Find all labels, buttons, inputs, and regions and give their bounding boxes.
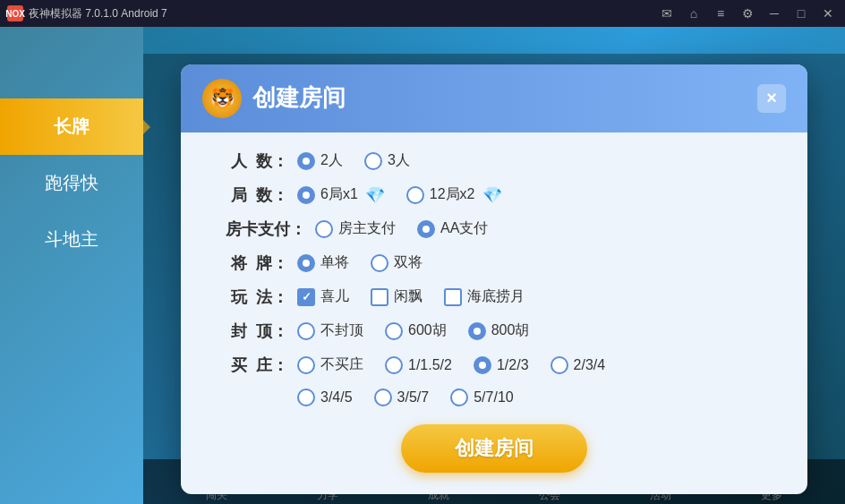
close-icon[interactable]: ✕ xyxy=(818,4,838,23)
cap-options: 不封顶 600胡 800胡 xyxy=(297,321,529,340)
radio-357-circle xyxy=(374,389,392,406)
radio-bubuyzhuang-circle xyxy=(297,356,315,374)
radio-1152-label: 1/1.5/2 xyxy=(408,357,452,373)
radio-123[interactable]: 1/2/3 xyxy=(474,356,529,374)
radio-aa-label: AA支付 xyxy=(440,219,488,238)
radio-danjiang-circle xyxy=(297,254,315,272)
payment-options: 房主支付 AA支付 xyxy=(315,219,488,238)
sidebar-item-paodefai[interactable]: 跑得快 xyxy=(0,155,143,211)
jiang-options: 单将 双将 xyxy=(297,253,422,272)
gameplay-label: 玩 法： xyxy=(208,286,288,308)
buyzhuang-row1: 买 庄： 不买庄 1/1.5/2 xyxy=(208,355,781,376)
settings-icon[interactable]: ⚙ xyxy=(738,4,757,23)
checkbox-haidi-label: 海底捞月 xyxy=(467,287,525,306)
dialog-body: 人 数： 2人 3人 xyxy=(181,132,807,494)
menu-icon[interactable]: ≡ xyxy=(711,4,730,23)
radio-600hu-circle xyxy=(385,322,403,340)
jiang-label: 将 牌： xyxy=(208,252,288,274)
dialog-close-button[interactable]: × xyxy=(757,84,786,113)
dialog-icon: 🐯 xyxy=(202,79,242,118)
people-count-row: 人 数： 2人 3人 xyxy=(208,150,781,172)
radio-800hu-label: 800胡 xyxy=(491,321,530,340)
checkbox-xianpiao-label: 闲飘 xyxy=(394,287,422,306)
radio-2ren[interactable]: 2人 xyxy=(297,151,343,170)
radio-5710[interactable]: 5/7/10 xyxy=(450,389,513,406)
main-area: 长牌 跑得快 斗地主 🐯 创建房间 × xyxy=(0,27,845,504)
radio-357-label: 3/5/7 xyxy=(397,389,430,406)
radio-6x1[interactable]: 6局x1 💎 xyxy=(297,185,385,205)
radio-fangzhu-label: 房主支付 xyxy=(338,219,396,238)
radio-danjiang[interactable]: 单将 xyxy=(297,253,349,272)
dialog-title: 创建房间 xyxy=(252,82,346,114)
radio-12x2[interactable]: 12局x2 💎 xyxy=(406,185,502,205)
payment-label: 房卡支付： xyxy=(208,218,306,240)
radio-3ren[interactable]: 3人 xyxy=(364,151,410,170)
people-count-label: 人 数： xyxy=(208,150,288,172)
sidebar-item-changpai[interactable]: 长牌 xyxy=(0,98,143,155)
radio-aa-circle xyxy=(417,220,435,238)
gameplay-row: 玩 法： 喜儿 闲飘 海 xyxy=(208,286,781,308)
create-room-dialog: 🐯 创建房间 × 人 数： 2人 xyxy=(181,64,807,494)
radio-1152[interactable]: 1/1.5/2 xyxy=(385,356,452,374)
radio-357[interactable]: 3/5/7 xyxy=(374,389,430,406)
radio-bufengding-label: 不封顶 xyxy=(320,321,363,340)
cap-row: 封 顶： 不封顶 600胡 xyxy=(208,320,781,342)
buyzhuang-options-2: 3/4/5 3/5/7 5/7/10 xyxy=(297,389,514,406)
radio-800hu[interactable]: 800胡 xyxy=(468,321,530,340)
cap-label: 封 顶： xyxy=(208,320,288,342)
checkbox-xianpiao[interactable]: 闲飘 xyxy=(371,287,422,306)
radio-6x1-label: 6局x1 xyxy=(320,185,358,204)
radio-5710-label: 5/7/10 xyxy=(474,389,513,406)
checkbox-haidi[interactable]: 海底捞月 xyxy=(444,287,525,306)
checkbox-xianpiao-box xyxy=(371,288,388,306)
radio-fangzhu[interactable]: 房主支付 xyxy=(315,219,396,238)
radio-234-label: 2/3/4 xyxy=(574,357,606,373)
radio-fangzhu-circle xyxy=(315,220,333,238)
radio-345-label: 3/4/5 xyxy=(320,389,353,406)
radio-12x2-circle xyxy=(406,186,424,204)
radio-123-label: 1/2/3 xyxy=(497,357,529,373)
sidebar-item-douzhu[interactable]: 斗地主 xyxy=(0,211,143,268)
titlebar: NOX 夜神模拟器 7.0.1.0 Android 7 ✉ ⌂ ≡ ⚙ ─ □ … xyxy=(0,0,845,27)
radio-2ren-label: 2人 xyxy=(320,151,343,170)
radio-shuangjiang-circle xyxy=(371,254,388,272)
round-count-label: 局 数： xyxy=(208,184,288,206)
radio-shuangjiang-label: 双将 xyxy=(394,253,422,272)
radio-shuangjiang[interactable]: 双将 xyxy=(371,253,422,272)
buyzhuang-row2: 3/4/5 3/5/7 5/7/10 xyxy=(208,389,781,406)
radio-345[interactable]: 3/4/5 xyxy=(297,389,353,406)
round-count-options: 6局x1 💎 12局x2 💎 xyxy=(297,185,502,205)
dialog-header-left: 🐯 创建房间 xyxy=(202,79,346,118)
radio-3ren-circle xyxy=(364,152,382,170)
gem-icon-1: 💎 xyxy=(365,185,385,205)
radio-234[interactable]: 2/3/4 xyxy=(551,356,606,374)
home-icon[interactable]: ⌂ xyxy=(684,4,704,23)
checkbox-haidi-box xyxy=(444,288,462,306)
radio-1152-circle xyxy=(385,356,403,374)
radio-600hu-label: 600胡 xyxy=(408,321,447,340)
radio-aa[interactable]: AA支付 xyxy=(417,219,488,238)
checkbox-xier-box xyxy=(297,288,315,306)
radio-danjiang-label: 单将 xyxy=(320,253,349,272)
radio-5710-circle xyxy=(450,389,468,406)
create-room-button[interactable]: 创建房间 xyxy=(401,424,587,473)
radio-bubuyzhuang[interactable]: 不买庄 xyxy=(297,355,363,374)
gem-icon-2: 💎 xyxy=(482,185,502,205)
minimize-icon[interactable]: ─ xyxy=(764,4,784,23)
radio-bufengding[interactable]: 不封顶 xyxy=(297,321,363,340)
round-count-row: 局 数： 6局x1 💎 12局x2 💎 xyxy=(208,184,781,206)
mail-icon[interactable]: ✉ xyxy=(657,4,677,23)
dialog-overlay: 🐯 创建房间 × 人 数： 2人 xyxy=(143,54,845,504)
app-logo: NOX xyxy=(7,5,23,21)
radio-6x1-circle xyxy=(297,186,315,204)
radio-800hu-circle xyxy=(468,322,486,340)
radio-12x2-label: 12局x2 xyxy=(430,185,475,204)
checkbox-xier[interactable]: 喜儿 xyxy=(297,287,349,306)
create-button-row: 创建房间 xyxy=(208,424,781,473)
radio-bufengding-circle xyxy=(297,322,315,340)
radio-bubuyzhuang-label: 不买庄 xyxy=(320,355,363,374)
buyzhuang-options-1: 不买庄 1/1.5/2 1/2/3 xyxy=(297,355,605,374)
maximize-icon[interactable]: □ xyxy=(791,4,811,23)
gameplay-options: 喜儿 闲飘 海底捞月 xyxy=(297,287,525,306)
radio-600hu[interactable]: 600胡 xyxy=(385,321,447,340)
